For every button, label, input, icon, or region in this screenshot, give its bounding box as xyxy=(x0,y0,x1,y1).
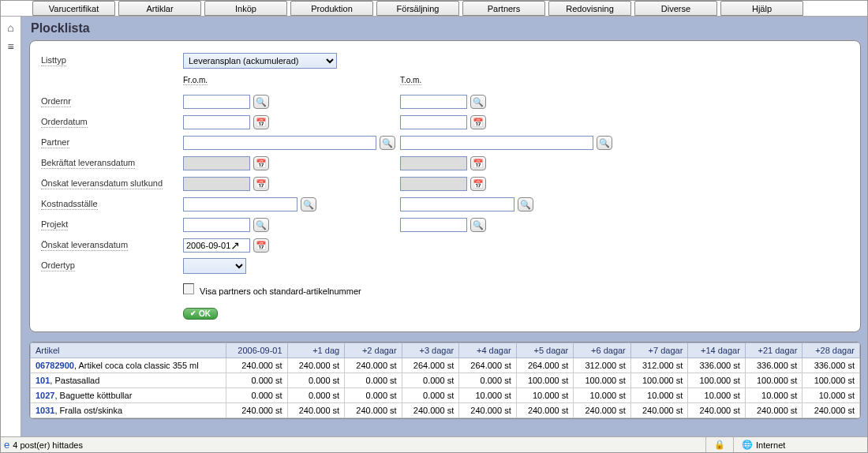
article-link[interactable]: 1031 xyxy=(36,406,54,415)
col-header[interactable]: +1 dag xyxy=(287,343,345,358)
status-message: 4 post(er) hittades xyxy=(13,440,83,450)
value-cell: 240.000 st xyxy=(287,358,345,373)
tab-försäljning[interactable]: Försäljning xyxy=(376,1,459,16)
partner-from-input[interactable] xyxy=(183,136,376,150)
show-partners-checkbox[interactable] xyxy=(183,283,194,294)
value-cell: 336.000 st xyxy=(688,358,746,373)
tab-varucertifikat[interactable]: Varucertifikat xyxy=(32,1,115,16)
col-header[interactable]: Artikel xyxy=(31,343,226,358)
tab-partners[interactable]: Partners xyxy=(462,1,545,16)
value-cell: 336.000 st xyxy=(745,358,803,373)
calendar-icon[interactable]: 📅 xyxy=(253,156,269,170)
value-cell: 10.000 st xyxy=(630,388,688,403)
bekraftat-to-input xyxy=(400,156,467,170)
value-cell: 0.000 st xyxy=(226,388,287,403)
col-header[interactable]: +3 dagar xyxy=(402,343,459,358)
search-icon[interactable]: 🔍 xyxy=(470,218,486,232)
value-cell: 240.000 st xyxy=(402,403,459,418)
value-cell: 100.000 st xyxy=(803,373,860,388)
col-header[interactable]: +5 dagar xyxy=(516,343,574,358)
tab-diverse[interactable]: Diverse xyxy=(634,1,717,16)
calendar-icon[interactable]: 📅 xyxy=(470,177,486,191)
tab-artiklar[interactable]: Artiklar xyxy=(118,1,201,16)
filter-panel: Listtyp Leveransplan (ackumulerad) Fr.o.… xyxy=(29,40,861,332)
value-cell: 0.000 st xyxy=(345,373,402,388)
projekt-label: Projekt xyxy=(41,219,68,230)
partner-to-input[interactable] xyxy=(400,136,593,150)
col-header[interactable]: +7 dagar xyxy=(630,343,688,358)
onskat-input[interactable] xyxy=(183,238,250,253)
col-header[interactable]: 2006-09-01 xyxy=(226,343,287,358)
bekraftat-from-input xyxy=(183,156,250,170)
value-cell: 240.000 st xyxy=(459,403,517,418)
value-cell: 10.000 st xyxy=(574,388,631,403)
kostnad-to-input[interactable] xyxy=(400,197,514,212)
value-cell: 100.000 st xyxy=(688,373,746,388)
orderdatum-label: Orderdatum xyxy=(41,117,88,128)
ordertyp-label: Ordertyp xyxy=(41,260,75,271)
projekt-from-input[interactable] xyxy=(183,218,250,232)
search-icon[interactable]: 🔍 xyxy=(253,218,269,232)
calendar-icon[interactable]: 📅 xyxy=(253,238,269,253)
calendar-icon[interactable]: 📅 xyxy=(470,156,486,170)
listtyp-label: Listtyp xyxy=(41,55,66,66)
value-cell: 240.000 st xyxy=(516,403,574,418)
home-icon[interactable]: ⌂ xyxy=(7,21,13,34)
calendar-icon[interactable]: 📅 xyxy=(253,115,269,129)
list-icon[interactable]: ≡ xyxy=(7,40,13,53)
value-cell: 264.000 st xyxy=(459,358,517,373)
value-cell: 0.000 st xyxy=(402,373,459,388)
onskat-slutkund-to-input xyxy=(400,177,467,191)
col-header[interactable]: +21 dagar xyxy=(745,343,803,358)
ordernr-to-input[interactable] xyxy=(400,95,467,109)
onskat-label: Önskat leveransdatum xyxy=(41,240,128,251)
projekt-to-input[interactable] xyxy=(400,218,467,232)
col-header[interactable]: +14 dagar xyxy=(688,343,746,358)
value-cell: 240.000 st xyxy=(803,403,860,418)
globe-icon: 🌐 xyxy=(742,440,753,450)
tab-hjälp[interactable]: Hjälp xyxy=(720,1,803,16)
search-icon[interactable]: 🔍 xyxy=(301,197,316,212)
tab-inköp[interactable]: Inköp xyxy=(204,1,287,16)
calendar-icon[interactable]: 📅 xyxy=(470,115,486,129)
zone-label: Internet xyxy=(756,440,785,450)
ordertyp-select[interactable] xyxy=(183,258,246,274)
value-cell: 100.000 st xyxy=(574,373,631,388)
ordernr-from-input[interactable] xyxy=(183,95,250,109)
value-cell: 10.000 st xyxy=(745,388,803,403)
value-cell: 240.000 st xyxy=(345,403,402,418)
onskat-slutkund-from-input xyxy=(183,177,250,191)
listtyp-select[interactable]: Leveransplan (ackumulerad) xyxy=(183,53,337,69)
value-cell: 240.000 st xyxy=(226,403,287,418)
article-link[interactable]: 1027 xyxy=(36,391,54,400)
table-row: 1031, Fralla ost/skinka240.000 st240.000… xyxy=(31,403,860,418)
col-header[interactable]: +2 dagar xyxy=(345,343,402,358)
search-icon[interactable]: 🔍 xyxy=(518,197,533,212)
value-cell: 10.000 st xyxy=(459,388,517,403)
search-icon[interactable]: 🔍 xyxy=(597,136,612,150)
col-header[interactable]: +28 dagar xyxy=(803,343,860,358)
tab-redovisning[interactable]: Redovisning xyxy=(548,1,631,16)
article-link[interactable]: 101 xyxy=(36,376,50,385)
col-header[interactable]: +6 dagar xyxy=(574,343,631,358)
kostnad-from-input[interactable] xyxy=(183,197,297,212)
table-row: 101, Pastasallad0.000 st0.000 st0.000 st… xyxy=(31,373,860,388)
search-icon[interactable]: 🔍 xyxy=(470,95,486,109)
value-cell: 336.000 st xyxy=(803,358,860,373)
ok-button[interactable]: OK xyxy=(183,308,218,320)
search-icon[interactable]: 🔍 xyxy=(380,136,395,150)
search-icon[interactable]: 🔍 xyxy=(253,95,269,109)
value-cell: 240.000 st xyxy=(574,403,631,418)
orderdatum-to-input[interactable] xyxy=(400,115,467,129)
table-row: 1027, Baguette köttbullar0.000 st0.000 s… xyxy=(31,388,860,403)
value-cell: 0.000 st xyxy=(226,373,287,388)
main-tabbar: VarucertifikatArtiklarInköpProduktionFör… xyxy=(1,1,867,17)
calendar-icon[interactable]: 📅 xyxy=(253,177,269,191)
value-cell: 100.000 st xyxy=(745,373,803,388)
orderdatum-from-input[interactable] xyxy=(183,115,250,129)
col-header[interactable]: +4 dagar xyxy=(459,343,517,358)
article-cell: 1031, Fralla ost/skinka xyxy=(31,403,226,418)
table-row: 06782900, Artikel coca cola classic 355 … xyxy=(31,358,860,373)
tab-produktion[interactable]: Produktion xyxy=(290,1,373,16)
article-link[interactable]: 06782900 xyxy=(36,361,74,370)
